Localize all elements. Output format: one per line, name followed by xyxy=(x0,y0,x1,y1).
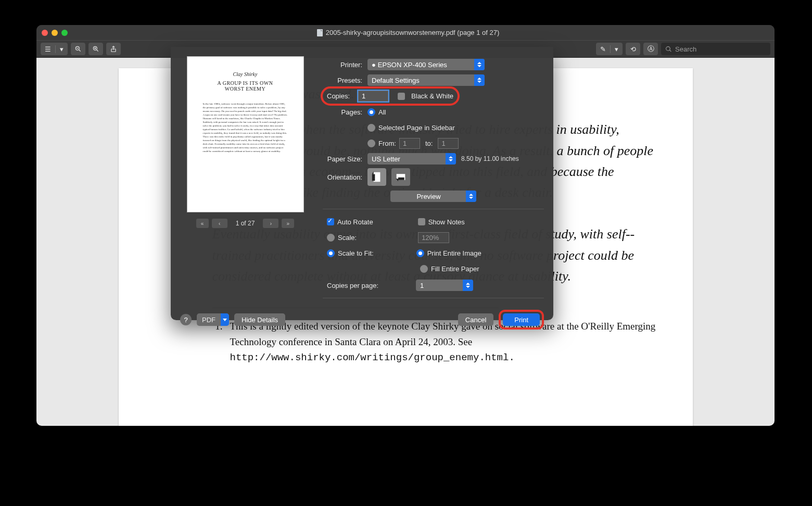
pages-to-label: to: xyxy=(420,140,438,147)
pages-selected-label: Selected Page in Sidebar xyxy=(378,124,455,132)
help-button[interactable]: ? xyxy=(180,314,192,325)
window-title: 2005-shirky-agroupisitsownworstenemy.pdf… xyxy=(326,29,500,36)
pages-from-label: From: xyxy=(378,140,396,147)
highlight-button[interactable]: ✎▾ xyxy=(596,43,623,55)
papersize-dimensions: 8.50 by 11.00 inches xyxy=(461,155,519,162)
printer-select[interactable]: ●EPSON XP-400 Series xyxy=(367,59,485,70)
markup-button[interactable]: Ⓐ xyxy=(643,43,658,55)
first-page-button[interactable]: « xyxy=(196,219,209,228)
thumb-body: In the late 1980s, software went through… xyxy=(203,102,288,153)
document-icon xyxy=(317,29,323,36)
thumb-title-line1: A GROUP IS ITS OWN xyxy=(218,80,273,86)
app-window: 2005-shirky-agroupisitsownworstenemy.pdf… xyxy=(36,25,775,426)
app-options-select[interactable]: Preview xyxy=(390,191,476,202)
orientation-landscape-button[interactable] xyxy=(391,168,410,186)
auto-rotate-checkbox[interactable] xyxy=(327,218,334,225)
hide-details-button[interactable]: Hide Details xyxy=(234,313,285,326)
pages-label: Pages: xyxy=(323,108,367,116)
sidebar-toggle-button[interactable]: ☰▾ xyxy=(41,43,68,55)
search-placeholder: Search xyxy=(675,45,696,53)
last-page-button[interactable]: » xyxy=(282,219,294,228)
print-preview-pane: Clay Shirky A GROUP IS ITS OWN WORST ENE… xyxy=(180,56,310,303)
share-button[interactable] xyxy=(106,43,121,55)
presets-select[interactable]: Default Settings xyxy=(367,74,485,86)
thumb-title-line2: WORST ENEMY xyxy=(225,86,265,92)
pages-to-input[interactable]: 1 xyxy=(438,138,459,149)
separator xyxy=(323,209,544,209)
footnote-url: http://www.shirky.com/writings/group_ene… xyxy=(230,352,515,363)
fill-entire-paper-radio[interactable] xyxy=(420,265,428,273)
pages-selected-radio[interactable] xyxy=(367,124,375,132)
orientation-portrait-button[interactable] xyxy=(367,168,386,186)
minimize-window-button[interactable] xyxy=(52,30,58,36)
separator xyxy=(323,298,544,298)
window-controls xyxy=(42,30,68,36)
pages-range-radio[interactable] xyxy=(367,140,375,147)
svg-rect-9 xyxy=(372,174,375,181)
presets-label: Presets: xyxy=(323,77,367,84)
printer-label: Printer: xyxy=(323,61,367,69)
page-indicator: 1 of 27 xyxy=(231,220,260,227)
next-page-button[interactable]: › xyxy=(263,219,278,228)
print-button[interactable]: Print xyxy=(503,313,540,326)
auto-rotate-label: Auto Rotate xyxy=(337,218,373,226)
search-input[interactable]: Search xyxy=(661,43,770,55)
svg-line-1 xyxy=(79,50,81,52)
svg-rect-11 xyxy=(398,178,404,180)
print-entire-image-label: Print Entire Image xyxy=(427,249,481,257)
close-window-button[interactable] xyxy=(42,30,48,36)
cancel-button[interactable]: Cancel xyxy=(458,313,493,326)
pages-from-input[interactable]: 1 xyxy=(399,138,420,149)
print-preview-thumbnail: Clay Shirky A GROUP IS ITS OWN WORST ENE… xyxy=(187,56,304,212)
titlebar: 2005-shirky-agroupisitsownworstenemy.pdf… xyxy=(36,25,775,40)
fill-entire-paper-label: Fill Entire Paper xyxy=(431,265,479,273)
zoom-out-button[interactable] xyxy=(71,43,85,55)
svg-line-4 xyxy=(97,50,98,52)
copies-per-page-label: Copies per page: xyxy=(327,282,378,289)
papersize-select[interactable]: US Letter xyxy=(367,153,456,165)
print-entire-image-radio[interactable] xyxy=(416,249,424,257)
show-notes-label: Show Notes xyxy=(428,218,465,226)
show-notes-checkbox[interactable] xyxy=(418,218,425,225)
copies-input[interactable]: 1 xyxy=(358,91,388,102)
prev-page-button[interactable]: ‹ xyxy=(212,219,227,228)
print-dialog: Clay Shirky A GROUP IS ITS OWN WORST ENE… xyxy=(171,47,553,320)
black-white-checkbox[interactable] xyxy=(398,93,405,100)
pages-all-label: All xyxy=(378,108,386,116)
zoom-window-button[interactable] xyxy=(61,30,68,36)
zoom-in-button[interactable] xyxy=(88,43,103,55)
pdf-dropdown-button[interactable]: PDF xyxy=(197,313,229,326)
scale-to-fit-radio[interactable] xyxy=(327,249,335,257)
scale-radio[interactable] xyxy=(327,234,335,242)
copies-label: Copies: xyxy=(327,92,355,100)
papersize-label: Paper Size: xyxy=(323,155,367,163)
rotate-button[interactable]: ⟲ xyxy=(626,43,640,55)
copies-per-page-select[interactable]: 1 xyxy=(416,280,473,291)
scale-to-fit-label: Scale to Fit: xyxy=(338,249,374,257)
print-button-highlight: Print xyxy=(499,310,544,330)
black-white-label: Black & White xyxy=(411,92,453,100)
scale-input[interactable]: 120% xyxy=(418,232,449,243)
orientation-label: Orientation: xyxy=(323,173,367,181)
scale-label: Scale: xyxy=(338,234,357,242)
pages-all-radio[interactable] xyxy=(367,108,375,116)
thumb-author: Clay Shirky xyxy=(233,71,258,77)
